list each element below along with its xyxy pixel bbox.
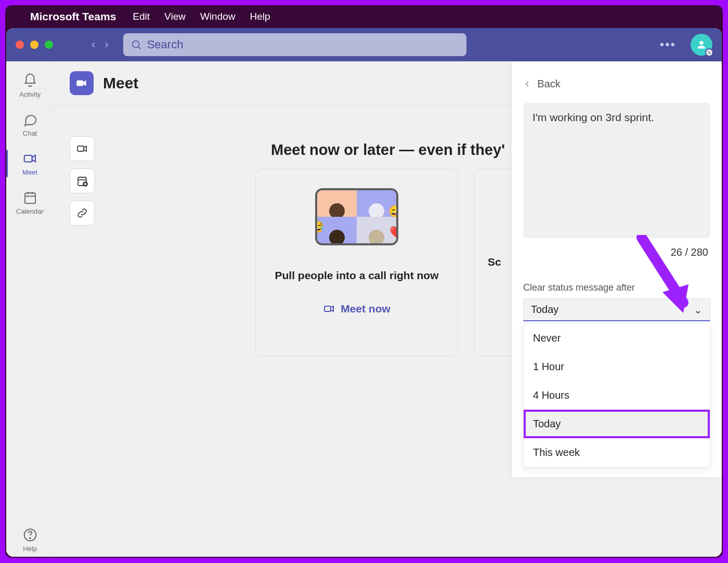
video-icon — [76, 142, 88, 155]
bell-icon — [22, 73, 38, 88]
select-options: Never 1 Hour 4 Hours Today This week — [523, 323, 710, 467]
minimize-window-button[interactable] — [30, 41, 38, 49]
search-input[interactable]: Search — [123, 33, 466, 56]
svg-point-0 — [132, 41, 139, 48]
card-subtitle: Pull people into a call right now — [275, 269, 438, 282]
qa-schedule[interactable] — [70, 168, 95, 193]
quick-actions — [70, 136, 95, 226]
option-1-hour[interactable]: 1 Hour — [524, 352, 710, 381]
rail-label: Activity — [19, 90, 41, 98]
page-title: Meet — [103, 74, 138, 92]
person-icon — [696, 39, 707, 50]
status-panel: ‹ Back 26 / 280 Clear status message aft… — [512, 61, 722, 477]
app-window: ‹ › Search ••• ✕ Activity — [6, 28, 722, 557]
rail-label: Chat — [23, 129, 37, 137]
help-icon — [22, 527, 38, 543]
cta-label: Meet now — [341, 303, 391, 315]
rail-chat[interactable]: Chat — [6, 108, 54, 141]
emoji-icon: 😂 — [315, 220, 324, 234]
meet-badge — [70, 71, 94, 95]
qa-meet-now[interactable] — [70, 136, 95, 161]
chevron-down-icon: ⌄ — [694, 304, 703, 316]
side-rail: Activity Chat Meet Calendar Help — [6, 61, 54, 557]
svg-rect-11 — [77, 146, 84, 151]
option-never[interactable]: Never — [524, 324, 710, 352]
back-label: Back — [537, 78, 560, 90]
titlebar: ‹ › Search ••• ✕ — [6, 28, 722, 61]
svg-rect-3 — [24, 155, 32, 162]
calendar-icon — [22, 190, 38, 205]
chevron-left-icon: ‹ — [525, 77, 529, 90]
nav-arrows: ‹ › — [92, 38, 109, 51]
option-4-hours[interactable]: 4 Hours — [524, 381, 710, 410]
menu-window[interactable]: Window — [200, 11, 236, 22]
video-icon — [323, 303, 335, 315]
svg-point-2 — [699, 41, 703, 45]
more-options-button[interactable]: ••• — [660, 37, 676, 52]
close-window-button[interactable] — [16, 41, 24, 49]
rail-activity[interactable]: Activity — [6, 69, 54, 102]
svg-line-1 — [138, 47, 140, 49]
card-meet-now: 😄 😂 ❤️ Pull people into a call right now… — [255, 169, 458, 356]
option-today[interactable]: Today — [524, 410, 710, 438]
emoji-icon: 😄 — [388, 205, 398, 218]
rail-meet[interactable]: Meet — [6, 147, 54, 180]
option-this-week[interactable]: This week — [524, 438, 710, 467]
zoom-window-button[interactable] — [45, 41, 53, 49]
rail-label: Calendar — [16, 207, 44, 215]
main-content: Meet Meet now or later — — [54, 61, 722, 557]
back-button[interactable]: ‹ Back — [525, 77, 710, 90]
video-icon — [75, 76, 88, 90]
nav-forward-icon[interactable]: › — [105, 38, 108, 51]
search-placeholder: Search — [147, 38, 184, 51]
meet-now-button[interactable]: Meet now — [323, 303, 391, 315]
nav-back-icon[interactable]: ‹ — [92, 38, 95, 51]
qa-link[interactable] — [70, 201, 95, 226]
menu-edit[interactable]: Edit — [133, 11, 150, 22]
select-value: Today — [531, 304, 558, 316]
meet-illustration: 😄 😂 ❤️ — [315, 188, 398, 245]
card-subtitle: Sc — [488, 256, 501, 268]
svg-rect-10 — [76, 80, 83, 86]
status-message-input[interactable] — [523, 103, 710, 238]
rail-calendar[interactable]: Calendar — [6, 186, 54, 219]
rail-label: Help — [23, 545, 37, 553]
svg-rect-4 — [25, 193, 35, 203]
annotation-arrow-icon — [631, 235, 694, 313]
heart-icon: ❤️ — [389, 226, 398, 239]
rail-label: Meet — [22, 168, 37, 176]
link-icon — [76, 207, 88, 219]
menu-help[interactable]: Help — [250, 11, 270, 22]
status-badge-icon: ✕ — [705, 48, 713, 57]
svg-point-9 — [30, 538, 31, 539]
search-icon — [131, 39, 142, 50]
macos-menubar: Microsoft Teams Edit View Window Help — [5, 5, 723, 28]
user-avatar[interactable]: ✕ — [691, 34, 712, 56]
menu-view[interactable]: View — [164, 11, 186, 22]
video-icon — [22, 151, 38, 166]
rail-help[interactable]: Help — [6, 523, 54, 557]
chat-icon — [22, 112, 38, 127]
calendar-plus-icon — [76, 175, 88, 187]
svg-rect-17 — [324, 306, 331, 311]
window-controls — [16, 41, 53, 49]
menubar-app-name[interactable]: Microsoft Teams — [30, 10, 116, 23]
